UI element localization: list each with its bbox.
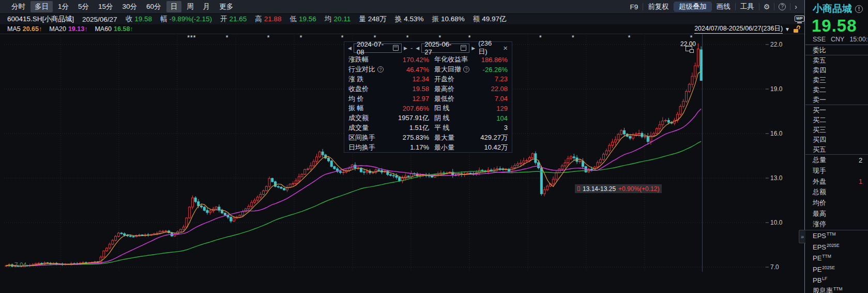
stat-value: 12.97 [390,95,429,102]
pane-divider[interactable] [804,0,805,293]
stat-value: 3 [477,124,508,131]
sell-level-row[interactable]: 卖五 [805,55,868,65]
chevron-right-icon[interactable]: › [790,3,801,11]
buy-level-row[interactable]: 买五 [805,144,868,154]
buy-label: 买三 [813,125,826,135]
screenshot-window-icon[interactable] [686,46,692,51]
metric-row[interactable]: 股息率TTM [805,286,868,293]
chevron-down-icon[interactable]: ▼ [785,26,790,32]
field-value: 49.97亿 [482,15,506,23]
unlock-icon[interactable] [794,25,800,33]
start-date-picker[interactable]: 2024-07-08 [354,43,402,53]
sell-level-row[interactable]: 卖三 [805,75,868,85]
stat-label: 总量 [813,155,826,165]
period-tab[interactable]: 15分 [94,1,117,12]
metric-row[interactable]: PETTM [805,253,868,263]
help-icon[interactable]: ? [779,3,786,10]
quote-date: 2025/06/27 [82,16,117,23]
period-tab[interactable]: 60分 [142,1,165,12]
toolbar-button[interactable]: 画线 [712,2,735,12]
stat-label: 成交量 [348,123,390,133]
metric-row[interactable]: EPSTTM [805,230,868,241]
sell-level-row[interactable]: 卖二 [805,85,868,95]
question-icon[interactable]: ? [377,66,384,72]
period-tab[interactable]: 分时 [7,1,29,12]
date-range-label[interactable]: 2024/07/08-2025/06/27(236日) [694,24,783,34]
toolbar-button[interactable]: F9 [626,3,643,11]
stat-row[interactable]: 总额 [805,187,868,198]
ma-value: 20.65↑ [23,25,42,33]
wp-monitor-icon[interactable]: WP [795,16,804,23]
prev-date-arrow[interactable]: ◀ [415,46,420,51]
period-tabs: 分时多日1分5分15分30分60分日周月更多 [0,1,237,12]
stat-label: 均价 [813,198,826,208]
metric-row[interactable]: PBLF [805,274,868,285]
period-tab[interactable]: 月 [199,1,215,12]
quote-field: 换4.53% [395,14,424,24]
stat-value: 7.04 [477,95,508,102]
period-tab[interactable]: 更多 [215,1,237,12]
period-tab[interactable]: 周 [182,1,198,12]
period-tab[interactable]: 多日 [31,1,53,12]
stat-label: 日均换手 [348,143,390,152]
stat-value: 19.58 [390,85,429,93]
currency: CNY [831,36,844,43]
popup-row: 收盘价19.58最高价22.08 [348,84,508,94]
stat-value: 12.34 [390,75,429,83]
sell-label: 卖二 [813,85,826,95]
close-icon[interactable]: × [502,43,509,52]
buy-level-row[interactable]: 买一 [805,105,868,115]
field-value: 20.11 [333,15,351,23]
next-date-arrow[interactable]: ▶ [471,46,476,51]
prev-date-arrow[interactable]: ◀ [347,46,352,51]
stat-label: 涨 跌 [348,75,390,84]
stat-value: 275.83% [390,134,429,141]
svg-text:*: * [193,34,196,41]
stat-row[interactable]: 现手 [805,166,868,177]
stat-label: 年化收益率 [434,55,477,64]
stat-label: 开盘价 [434,75,477,84]
stat-row[interactable]: 均价 [805,198,868,209]
sell-label: 卖五 [813,56,826,65]
sell-level-row[interactable]: 卖四 [805,65,868,75]
alert-info-icon[interactable]: ! [855,5,863,13]
stat-value: 2 [859,156,862,164]
infobar: 600415.SH[小商品城] 2025/06/27 收19.58幅-9.89%… [0,14,804,24]
end-date-picker[interactable]: 2025-06-27 [421,43,469,53]
question-icon[interactable]: ? [463,66,469,72]
sell-label: 卖三 [813,76,826,85]
stat-row[interactable]: 外盘1 [805,176,868,187]
collapse-panel-tab[interactable]: » [799,230,805,243]
buy-level-row[interactable]: 买四 [805,135,868,144]
stat-label: 涨停 [813,219,826,229]
stat-label: 最小量 [434,143,477,152]
gear-icon[interactable]: ⚙ [759,3,774,11]
buy-level-row[interactable]: 买三 [805,125,868,135]
metric-label: EPSTTM [813,231,835,240]
toolbar-button[interactable]: 超级叠加 [674,2,711,12]
stat-row[interactable]: 最高 [805,208,868,219]
stat-value: 22.08 [477,85,508,93]
candle-icon [577,186,580,191]
metric-row[interactable]: EPS2025E [805,241,868,252]
toolbar-button[interactable]: 工具 [736,2,759,12]
period-tab[interactable]: 1分 [54,1,73,12]
period-tab[interactable]: 30分 [118,1,142,12]
stat-row[interactable]: 涨停 [805,219,868,230]
stat-label: 最高 [813,209,826,218]
toolbar-button[interactable]: 前复权 [643,2,674,12]
stat-label: 最高价 [434,84,477,94]
metric-row[interactable]: PE2025E [805,263,868,274]
svg-text:*: * [190,34,193,41]
ma-value: 16.58↑ [114,25,133,33]
next-date-arrow[interactable]: ▶ [403,46,408,51]
sell-level-row[interactable]: 卖一 [805,95,868,105]
range-low-marker: 7.04 [8,261,26,269]
period-tab[interactable]: 5分 [74,1,93,12]
buy-level-row[interactable]: 买二 [805,115,868,125]
sidebar-row-ratio[interactable]: 委比 [805,45,868,55]
stat-row[interactable]: 总量2 [805,155,868,166]
period-tab[interactable]: 日 [166,1,182,12]
quote-field: 振10.68% [432,14,464,24]
svg-text:*: * [539,34,542,41]
